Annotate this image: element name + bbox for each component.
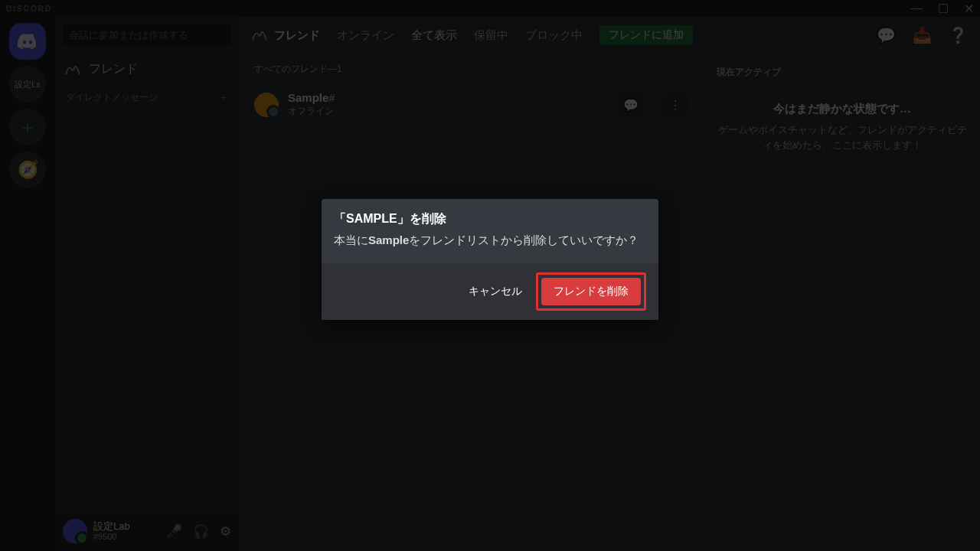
cancel-button[interactable]: キャンセル (459, 279, 531, 305)
modal-body: 本当にSampleをフレンドリストから削除していいですか？ (322, 232, 658, 263)
modal-title: 「SAMPLE」を削除 (322, 199, 658, 232)
highlight-annotation: フレンドを削除 (536, 272, 646, 311)
remove-friend-modal: 「SAMPLE」を削除 本当にSampleをフレンドリストから削除していいですか… (322, 199, 658, 320)
remove-friend-confirm-button[interactable]: フレンドを削除 (541, 278, 641, 305)
